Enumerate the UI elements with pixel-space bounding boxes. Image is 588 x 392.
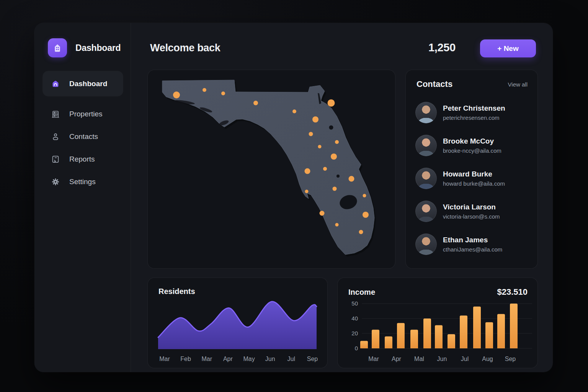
view-all-link[interactable]: View all	[508, 81, 528, 88]
contact-name: Peter Christensen	[443, 104, 505, 113]
x-axis-label: Apr	[392, 356, 402, 362]
map-dot	[320, 211, 325, 216]
x-axis-label: Mar	[368, 356, 379, 362]
sidebar-item-properties[interactable]: Properties	[43, 105, 123, 123]
bar	[410, 330, 418, 348]
map-dot	[312, 116, 318, 122]
sidebar-item-label: Reports	[69, 155, 95, 163]
sidebar-item-label: Contacts	[69, 132, 98, 141]
contact-row[interactable]: Brooke McCoybrooke-nccy@aila.com	[415, 132, 530, 159]
x-axis-label: May	[243, 356, 255, 362]
contact-email: cthaniJames@aila.com	[443, 246, 502, 253]
app-window: Dashboard DashboardPropertiesContactsRep…	[34, 23, 553, 372]
bar	[460, 315, 467, 348]
x-axis-label: Apr	[223, 356, 233, 362]
bar	[372, 330, 379, 348]
contact-row[interactable]: Victoria Larsonvictoria-larson@s.com	[415, 198, 530, 225]
sidebar: Dashboard DashboardPropertiesContactsRep…	[34, 23, 131, 372]
y-axis-tick: 50	[351, 300, 358, 307]
contact-email: brooke-nccy@aila.com	[443, 147, 501, 154]
income-card: Income $23.510 5040200MarAprMalJunJulAug…	[338, 278, 537, 368]
bar	[360, 341, 368, 349]
x-axis-label: Mar	[159, 356, 170, 362]
report-icon	[51, 155, 60, 164]
area-fill	[158, 302, 317, 349]
income-total: $23.510	[497, 287, 528, 297]
sidebar-item-settings[interactable]: Settings	[43, 173, 123, 191]
building-icon	[51, 109, 60, 119]
income-title: Income	[348, 288, 375, 297]
y-axis-tick: 0	[355, 345, 358, 351]
brand: Dashboard	[48, 38, 121, 57]
avatar	[415, 168, 437, 189]
avatar	[415, 102, 437, 123]
contact-name: Howard Burke	[443, 170, 505, 178]
contact-email: peterichresensen.com	[443, 114, 505, 121]
map-dot	[221, 91, 225, 95]
avatar	[415, 234, 437, 255]
map-dot	[309, 132, 313, 136]
map-dot	[349, 176, 354, 182]
app-logo-icon[interactable]	[48, 38, 67, 57]
residents-area-chart: MarFebMarAprMayJunJulSep	[148, 299, 327, 368]
new-button[interactable]: + New	[480, 39, 536, 57]
header-count: 1,250	[413, 41, 456, 54]
gear-icon	[51, 177, 60, 186]
x-axis-label: Mar	[202, 356, 212, 362]
bar	[473, 307, 481, 348]
map-dot	[328, 100, 335, 107]
brand-title: Dashboard	[75, 43, 121, 53]
contact-name: Brooke McCoy	[443, 137, 501, 145]
map-dot	[333, 187, 337, 191]
bar	[485, 322, 493, 348]
bar	[385, 336, 392, 348]
residents-title: Residents	[158, 287, 195, 296]
x-axis-label: Sep	[505, 356, 516, 362]
contact-row[interactable]: Ethan JamescthaniJames@aila.com	[415, 231, 530, 258]
sidebar-item-contacts[interactable]: Contacts	[43, 127, 123, 146]
florida-landmass	[162, 80, 374, 255]
map-dot	[305, 190, 309, 193]
x-axis-label: Feb	[180, 356, 191, 362]
contacts-title: Contacts	[416, 79, 452, 89]
user-icon	[51, 132, 60, 141]
avatar	[415, 135, 437, 156]
contact-email: howard burke@aila.com	[443, 180, 505, 187]
page-title: Welcome back	[150, 42, 220, 54]
map-dot	[318, 145, 322, 149]
bar	[435, 325, 443, 348]
map-dot	[335, 140, 339, 144]
contact-row[interactable]: Peter Christensenpeterichresensen.com	[415, 99, 530, 126]
contact-name: Victoria Larson	[443, 203, 500, 211]
sidebar-item-label: Settings	[69, 178, 96, 186]
map-dot	[292, 109, 296, 113]
map-dot	[253, 101, 258, 105]
sidebar-item-dashboard[interactable]: Dashboard	[43, 71, 123, 96]
income-bar-chart: 5040200MarAprMalJunJulAugSep	[338, 299, 537, 368]
bar	[423, 318, 431, 348]
map-dot	[363, 194, 366, 198]
map-dot	[363, 212, 369, 218]
home-icon	[51, 79, 60, 88]
sidebar-item-label: Dashboard	[69, 80, 107, 88]
bar	[497, 314, 505, 348]
map-dot	[331, 154, 337, 160]
map-dot	[203, 88, 206, 92]
x-axis-label: Jul	[287, 356, 295, 362]
sidebar-item-label: Properties	[69, 110, 103, 118]
sidebar-nav: DashboardPropertiesContactsReportsSettin…	[34, 71, 131, 195]
bar	[510, 304, 518, 348]
residents-card: Residents MarFebMarAprMayJunJulSep	[148, 278, 327, 368]
x-axis-label: Jul	[461, 356, 469, 362]
x-axis-label: Sep	[307, 356, 318, 362]
map-card	[148, 70, 395, 268]
avatar	[415, 201, 437, 222]
map-dot	[335, 223, 339, 227]
contact-row[interactable]: Howard Burkehoward burke@aila.com	[415, 165, 530, 192]
bar	[397, 323, 405, 348]
map-dot	[323, 167, 327, 171]
x-axis-label: Mal	[414, 356, 424, 362]
bar	[448, 334, 455, 348]
sidebar-item-reports[interactable]: Reports	[43, 150, 123, 168]
map-dot	[359, 230, 363, 234]
